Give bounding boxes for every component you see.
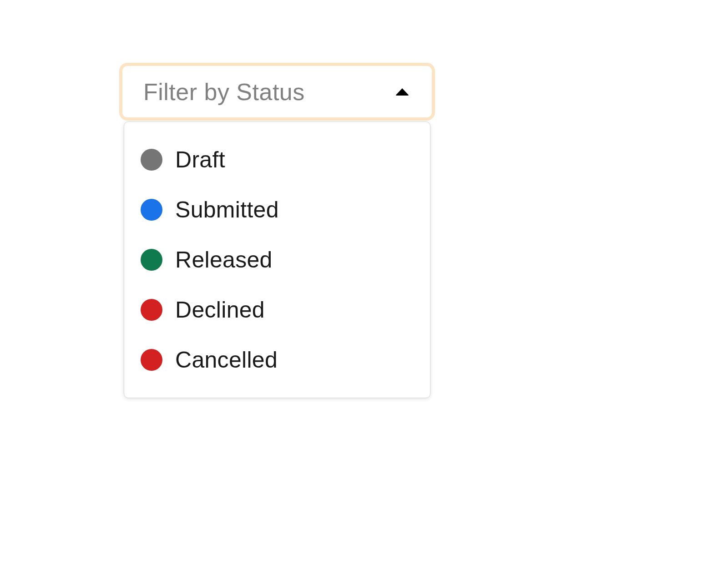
option-declined[interactable]: Declined bbox=[124, 285, 430, 335]
option-label: Released bbox=[175, 247, 273, 273]
option-draft[interactable]: Draft bbox=[124, 135, 430, 185]
option-label: Cancelled bbox=[175, 347, 278, 373]
status-dot-icon bbox=[141, 299, 162, 321]
caret-up-icon bbox=[395, 88, 409, 96]
option-cancelled[interactable]: Cancelled bbox=[124, 335, 430, 385]
dropdown-menu: Draft Submitted Released Declined Cancel… bbox=[124, 121, 430, 398]
dropdown-trigger[interactable]: Filter by Status bbox=[119, 63, 435, 121]
option-released[interactable]: Released bbox=[124, 235, 430, 285]
option-label: Declined bbox=[175, 297, 265, 323]
status-dot-icon bbox=[141, 199, 162, 221]
option-label: Submitted bbox=[175, 197, 279, 223]
option-submitted[interactable]: Submitted bbox=[124, 185, 430, 235]
status-dot-icon bbox=[141, 249, 162, 271]
status-dot-icon bbox=[141, 149, 162, 171]
status-filter-dropdown: Filter by Status Draft Submitted Release… bbox=[119, 63, 435, 398]
dropdown-placeholder-label: Filter by Status bbox=[143, 78, 305, 106]
status-dot-icon bbox=[141, 349, 162, 371]
option-label: Draft bbox=[175, 146, 225, 173]
